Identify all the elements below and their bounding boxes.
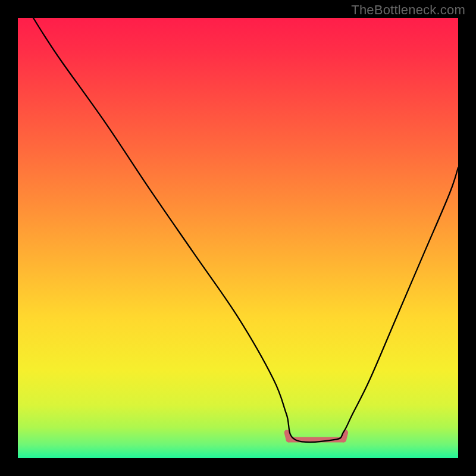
chart-gradient-background <box>18 18 458 458</box>
chart-container: TheBottleneck.com <box>0 0 476 476</box>
watermark-text: TheBottleneck.com <box>351 2 465 18</box>
svg-line-2 <box>344 433 346 440</box>
bottleneck-chart <box>0 0 476 476</box>
svg-line-1 <box>287 433 289 440</box>
